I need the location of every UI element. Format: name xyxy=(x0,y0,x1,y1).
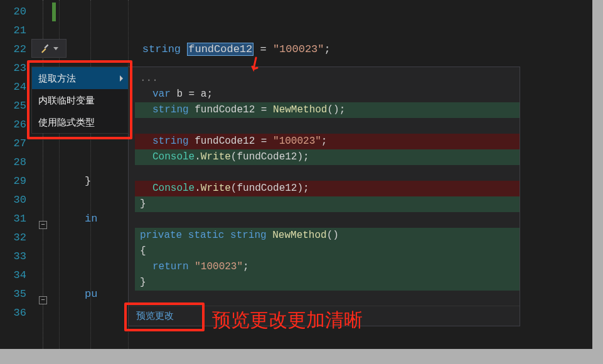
line-number: 22 xyxy=(0,40,31,59)
preview-body: ...var b = a;string fundCode12 = NewMeth… xyxy=(129,67,520,291)
fold-toggle[interactable]: − xyxy=(39,296,47,304)
line-number: 35 xyxy=(0,285,31,304)
chevron-down-icon xyxy=(53,47,58,50)
menu-item-use-implicit-type[interactable]: 使用隐式类型 xyxy=(32,111,128,133)
chevron-right-icon xyxy=(120,75,123,82)
menu-item-inline-temp[interactable]: 内联临时变量 xyxy=(32,89,128,111)
line-number: 24 xyxy=(0,78,31,97)
quick-actions-button[interactable] xyxy=(31,39,67,58)
change-marker xyxy=(52,3,56,21)
code-line-22[interactable]: string fundCode12 = "100023"; xyxy=(53,40,592,59)
line-number: 20 xyxy=(0,3,31,21)
refactor-menu: 提取方法 内联临时变量 使用隐式类型 xyxy=(31,67,129,134)
selected-identifier: fundCode12 xyxy=(187,43,253,56)
line-number: 30 xyxy=(0,191,31,210)
line-number: 28 xyxy=(0,153,31,172)
menu-item-label: 使用隐式类型 xyxy=(38,117,95,127)
menu-item-label: 提取方法 xyxy=(38,73,76,83)
screwdriver-icon xyxy=(40,43,51,54)
svg-rect-0 xyxy=(44,45,48,49)
line-number: 25 xyxy=(0,97,31,115)
line-number: 27 xyxy=(0,134,31,153)
line-number: 32 xyxy=(0,228,31,247)
refactor-preview: ...var b = a;string fundCode12 = NewMeth… xyxy=(128,67,520,326)
line-number: 21 xyxy=(0,21,31,40)
preview-changes-link[interactable]: 预览更改 xyxy=(136,310,174,322)
preview-footer: 预览更改 xyxy=(129,306,520,326)
menu-item-label: 内联临时变量 xyxy=(38,95,95,105)
line-number: 36 xyxy=(0,304,31,323)
fold-toggle[interactable]: − xyxy=(39,221,47,229)
line-number-gutter: 20 21 22 23 24 25 26 27 28 29 30 31 32 3… xyxy=(0,0,31,349)
line-number: 29 xyxy=(0,172,31,191)
line-number: 34 xyxy=(0,266,31,285)
line-number: 23 xyxy=(0,59,31,78)
menu-item-extract-method[interactable]: 提取方法 xyxy=(32,67,128,89)
line-number: 31 xyxy=(0,210,31,228)
line-number: 26 xyxy=(0,115,31,134)
line-number: 33 xyxy=(0,247,31,266)
